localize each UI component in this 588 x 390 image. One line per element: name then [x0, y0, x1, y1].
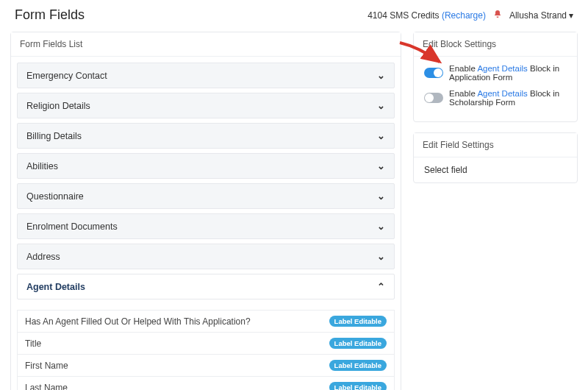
accordion-label: Agent Details — [26, 282, 85, 292]
header-right: 4104 SMS Credits (Recharge) Allusha Stra… — [368, 10, 573, 21]
accordion-item-enrolment-documents[interactable]: Enrolment Documents⌄ — [17, 213, 395, 239]
chevron-down-icon: ⌄ — [377, 160, 385, 171]
accordion-label: Questionnaire — [26, 191, 84, 202]
accordion-item-address[interactable]: Address⌄ — [17, 244, 395, 269]
toggle-switch[interactable] — [424, 68, 443, 78]
accordion-item-billing-details[interactable]: Billing Details⌄ — [17, 123, 395, 149]
field-label: Title — [25, 338, 41, 349]
user-menu[interactable]: Allusha Strand ▾ — [509, 10, 573, 21]
field-row[interactable]: TitleLabel Editable — [17, 333, 395, 355]
accordion-label: Enrolment Documents — [26, 221, 118, 232]
label-editable-badge: Label Editable — [329, 360, 387, 371]
toggle-label: Enable Agent Details Block in Applicatio… — [449, 64, 567, 82]
form-fields-list-header: Form Fields List — [11, 32, 401, 57]
field-label: Last Name — [25, 383, 68, 391]
edit-block-settings-panel: Edit Block Settings Enable Agent Details… — [413, 32, 578, 122]
agent-details-link[interactable]: Agent Details — [477, 89, 527, 98]
block-toggle-row: Enable Agent Details Block in Applicatio… — [424, 64, 567, 82]
agent-details-link[interactable]: Agent Details — [477, 64, 527, 73]
field-row[interactable]: First NameLabel Editable — [17, 355, 395, 377]
caret-down-icon: ▾ — [569, 10, 573, 21]
select-field-placeholder[interactable]: Select field — [424, 165, 567, 175]
accordion-label: Abilities — [26, 161, 58, 171]
toggle-switch[interactable] — [424, 93, 443, 103]
accordion-label: Emergency Contact — [26, 71, 107, 81]
accordion-item-abilities[interactable]: Abilities⌄ — [17, 153, 395, 179]
field-row[interactable]: Last NameLabel Editable — [17, 377, 395, 390]
page-header: Form Fields 4104 SMS Credits (Recharge) … — [0, 0, 588, 32]
chevron-up-icon: ⌃ — [377, 281, 385, 292]
chevron-down-icon: ⌄ — [377, 251, 385, 262]
edit-field-settings-header: Edit Field Settings — [414, 133, 577, 157]
chevron-down-icon: ⌄ — [377, 221, 385, 232]
accordion-item-agent-details[interactable]: Agent Details⌃ — [17, 274, 395, 299]
notification-bell-icon[interactable] — [493, 10, 502, 21]
label-editable-badge: Label Editable — [329, 382, 387, 390]
chevron-down-icon: ⌄ — [377, 100, 385, 111]
field-label: Has An Agent Filled Out Or Helped With T… — [25, 316, 251, 327]
chevron-down-icon: ⌄ — [377, 130, 385, 141]
page-title: Form Fields — [15, 7, 85, 23]
accordion-label: Billing Details — [26, 131, 82, 141]
accordion-item-questionnaire[interactable]: Questionnaire⌄ — [17, 183, 395, 209]
edit-block-settings-header: Edit Block Settings — [414, 32, 577, 57]
chevron-down-icon: ⌄ — [377, 191, 385, 202]
accordion-label: Religion Details — [26, 101, 90, 111]
form-fields-panel: Form Fields List Emergency Contact⌄Relig… — [10, 32, 401, 390]
toggle-label: Enable Agent Details Block in Scholarshi… — [449, 89, 567, 107]
field-list: Has An Agent Filled Out Or Helped With T… — [11, 310, 401, 390]
block-toggle-row: Enable Agent Details Block in Scholarshi… — [424, 89, 567, 107]
accordion-item-religion-details[interactable]: Religion Details⌄ — [17, 93, 395, 118]
accordion-item-emergency-contact[interactable]: Emergency Contact⌄ — [17, 63, 395, 88]
edit-field-settings-panel: Edit Field Settings Select field — [413, 132, 578, 183]
accordion-list: Emergency Contact⌄Religion Details⌄Billi… — [11, 57, 401, 310]
label-editable-badge: Label Editable — [329, 338, 387, 349]
sms-credits: 4104 SMS Credits (Recharge) — [368, 10, 486, 21]
chevron-down-icon: ⌄ — [377, 70, 385, 81]
accordion-label: Address — [26, 252, 60, 262]
label-editable-badge: Label Editable — [329, 316, 387, 327]
block-toggles: Enable Agent Details Block in Applicatio… — [414, 57, 577, 121]
recharge-link[interactable]: (Recharge) — [442, 10, 486, 21]
field-row[interactable]: Has An Agent Filled Out Or Helped With T… — [17, 310, 395, 333]
field-label: First Name — [25, 361, 68, 371]
